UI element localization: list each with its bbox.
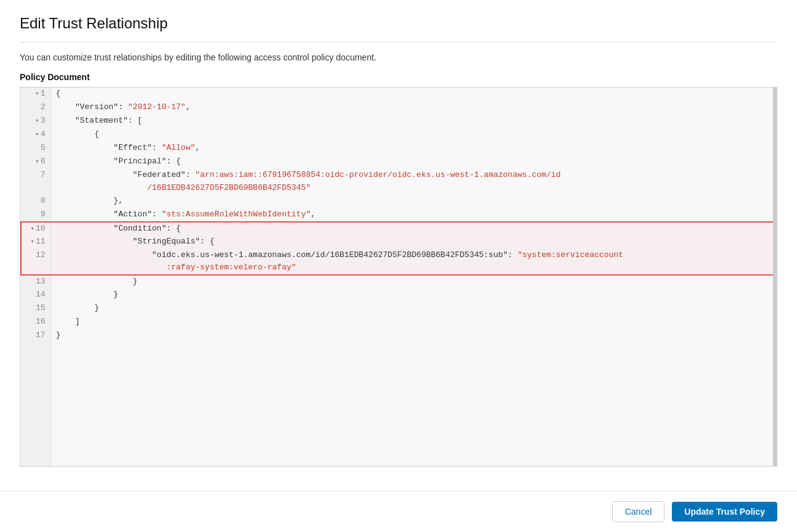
table-row: ▾4 { (21, 128, 776, 142)
empty-row (21, 343, 776, 466)
table-row: 13 } (21, 275, 776, 289)
line-num: 8 (21, 195, 51, 208)
line-content: "StringEquals": { (51, 235, 776, 249)
line-num: 7 (21, 169, 51, 195)
line-content: "Version": "2012-10-17", (51, 101, 776, 115)
line-num: ▾3 (21, 115, 51, 128)
line-content: } (51, 275, 776, 289)
code-table: ▾1 { 2 "Version": "2012-10-17", ▾3 "Stat… (20, 88, 777, 466)
line-num: 13 (21, 275, 51, 289)
page-title: Edit Trust Relationship (20, 15, 777, 43)
table-row: 5 "Effect": "Allow", (21, 142, 776, 155)
line-content: "Condition": { (51, 222, 776, 235)
table-row: 8 }, (21, 195, 776, 208)
line-num: 5 (21, 142, 51, 155)
line-content: "Principal": { (51, 155, 776, 169)
section-label: Policy Document (20, 72, 777, 82)
table-row: 15 } (21, 302, 776, 316)
table-row: 14 } (21, 289, 776, 302)
table-row: 16 ] (21, 316, 776, 329)
line-num: 16 (21, 316, 51, 329)
table-row: ▾6 "Principal": { (21, 155, 776, 169)
line-num: ▾10 (21, 222, 51, 235)
code-editor[interactable]: ▾1 { 2 "Version": "2012-10-17", ▾3 "Stat… (20, 87, 777, 467)
line-content: } (51, 289, 776, 302)
line-content: } (51, 329, 776, 343)
cancel-button[interactable]: Cancel (612, 501, 665, 522)
update-trust-policy-button[interactable]: Update Trust Policy (672, 502, 777, 522)
line-content: { (51, 128, 776, 142)
table-row: 2 "Version": "2012-10-17", (21, 101, 776, 115)
line-content: "Statement": [ (51, 115, 776, 128)
line-content: { (51, 88, 776, 101)
line-content: "Effect": "Allow", (51, 142, 776, 155)
footer: Cancel Update Trust Policy (0, 491, 797, 532)
line-num: 9 (21, 208, 51, 222)
table-row: ▾1 { (21, 88, 776, 101)
table-row: 7 "Federated": "arn:aws:iam::67919675885… (21, 169, 776, 195)
line-num: 14 (21, 289, 51, 302)
table-row: ▾3 "Statement": [ (21, 115, 776, 128)
line-content: }, (51, 195, 776, 208)
line-num: 17 (21, 329, 51, 343)
line-num: ▾6 (21, 155, 51, 169)
description: You can customize trust relationships by… (20, 52, 777, 62)
line-num: 2 (21, 101, 51, 115)
table-row: ▾11 "StringEquals": { (21, 235, 776, 249)
line-content: ] (51, 316, 776, 329)
table-row: 12 "oidc.eks.us-west-1.amazonaws.com/id/… (21, 249, 776, 276)
line-content: "oidc.eks.us-west-1.amazonaws.com/id/16B… (51, 249, 776, 276)
line-num: 12 (21, 249, 51, 276)
table-row: 9 "Action": "sts:AssumeRoleWithWebIdenti… (21, 208, 776, 222)
scrollbar[interactable] (773, 88, 777, 466)
line-num: ▾4 (21, 128, 51, 142)
line-content: } (51, 302, 776, 316)
table-row: 17 } (21, 329, 776, 343)
line-content: "Federated": "arn:aws:iam::679196758854:… (51, 169, 776, 195)
line-content: "Action": "sts:AssumeRoleWithWebIdentity… (51, 208, 776, 222)
page-container: Edit Trust Relationship You can customiz… (0, 0, 797, 481)
line-num: ▾11 (21, 235, 51, 249)
line-num: 15 (21, 302, 51, 316)
table-row: ▾10 "Condition": { (21, 222, 776, 235)
line-num: ▾1 (21, 88, 51, 101)
